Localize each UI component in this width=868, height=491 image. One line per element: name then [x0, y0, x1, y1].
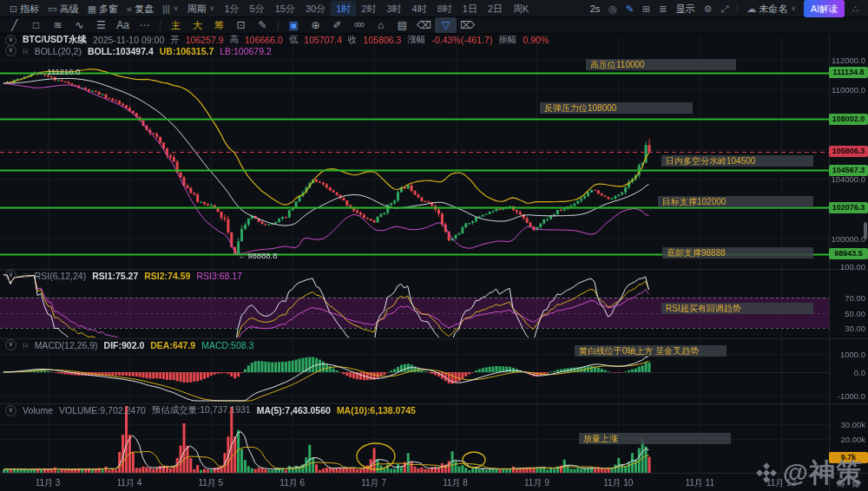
more-tools[interactable]: ⋯ — [134, 17, 155, 33]
notes-tool[interactable]: ▤ — [391, 17, 413, 33]
fullscreen-icon[interactable]: ⤢ — [716, 1, 733, 16]
brush-tool[interactable]: ✎ — [252, 17, 273, 33]
collapse-icon[interactable]: ∨ — [5, 405, 16, 416]
channel-tool[interactable]: ≋ — [47, 17, 69, 33]
lock-tool[interactable]: ⌂ — [370, 17, 391, 33]
drawing-toolbar: ╱□≋∿☰Aa⋯主大筹⊡✎▣⊕✐000⌂▤⌫▽⌦ — [0, 17, 868, 34]
interval-15分[interactable]: 15分 — [270, 1, 300, 16]
filter-tool[interactable]: ▽ — [435, 17, 457, 33]
annotation-note-2[interactable]: 日内多空分水岭104500 — [661, 155, 813, 167]
interval-周K[interactable]: 周K — [508, 1, 534, 16]
screenshot-icon[interactable]: ◎ — [604, 1, 621, 16]
annotate-tool[interactable]: ✐ — [326, 17, 348, 33]
attach-tool[interactable]: ⊕ — [305, 17, 326, 33]
macd-name[interactable]: MACD(12,26,9) — [35, 340, 98, 350]
collapse-icon[interactable]: ∨ — [5, 270, 16, 281]
interval-1时[interactable]: 1时 — [331, 1, 356, 16]
settings-gear-icon[interactable]: ⚙ — [700, 1, 717, 16]
multi-window-button-label: 多窗 — [99, 1, 118, 16]
large-view-toggle[interactable]: 大 — [187, 17, 208, 33]
period-menu-caret-icon: ∨ — [210, 1, 215, 16]
advanced-button[interactable]: ▭高级 — [43, 1, 82, 16]
interval-3时[interactable]: 3时 — [381, 1, 406, 16]
rsi2-value: RSI2:74.59 — [144, 271, 190, 281]
layout-list-icon-glyph: ≣ — [659, 1, 667, 16]
marker-arrow-icon: ← — [238, 252, 246, 260]
workspace-menu[interactable]: ☁未命名∨ — [742, 1, 800, 16]
interval-30分[interactable]: 30分 — [300, 1, 331, 16]
display-menu[interactable]: 显示 — [672, 1, 700, 16]
period-menu-label: 周期 — [187, 1, 207, 16]
price-badge: 102076.3 — [829, 202, 868, 213]
indicators-button-glyph: ⊡ — [10, 1, 17, 16]
boll-name[interactable]: BOLL(20,2) — [35, 46, 82, 56]
alert-bell-icon[interactable]: ⍾ — [23, 271, 29, 281]
rsi-name[interactable]: RSI(6,12,24) — [35, 271, 87, 281]
alert-bell-icon[interactable]: ⍾ — [23, 46, 29, 56]
price-chart-canvas[interactable] — [0, 0, 868, 491]
annotation-note-6[interactable]: 黄白线位于0轴上方 呈金叉趋势 — [575, 345, 727, 357]
ai-analysis-button-label: AI解读 — [811, 1, 838, 16]
shape-tool[interactable]: □ — [25, 17, 47, 33]
add-window-icon[interactable]: ⊞ — [638, 1, 654, 16]
select-tool[interactable]: ▣ — [283, 17, 305, 33]
interval-8时[interactable]: 8时 — [432, 1, 457, 16]
annotation-note-3[interactable]: 目标支撑102000 — [658, 196, 813, 207]
chart-style-button[interactable]: |||∨ — [158, 1, 182, 16]
share-icon[interactable]: ∴ — [848, 1, 863, 16]
bar-countdown[interactable]: 2s — [586, 1, 605, 16]
chip-distribution-toggle[interactable]: 筹 — [208, 17, 230, 33]
wave-tool[interactable]: ∿ — [69, 17, 90, 33]
advanced-button-label: 高级 — [60, 1, 79, 16]
time-label: 11月 11 — [685, 477, 714, 489]
multi-window-button[interactable]: ▦多窗 — [83, 1, 122, 16]
replay-button[interactable]: «复盘 — [122, 1, 158, 16]
workspace-menu-label: 未命名 — [759, 1, 787, 16]
interval-1分[interactable]: 1分 — [219, 1, 244, 16]
layout-list-icon[interactable]: ≣ — [654, 1, 671, 16]
annotation-note-4[interactable]: 底部支撑98888 — [662, 247, 813, 259]
close-value: 105806.3 — [364, 35, 402, 45]
symbol-name[interactable]: BTC/USDT永续 — [23, 34, 87, 46]
interval-2时[interactable]: 2时 — [356, 1, 381, 16]
overlay-tool[interactable]: ⊡ — [230, 17, 252, 33]
trendline-tool[interactable]: ╱ — [3, 17, 25, 33]
axis-scrollbar[interactable] — [864, 222, 867, 239]
interval-4时[interactable]: 4时 — [407, 1, 432, 16]
annotation-note-7[interactable]: 放量上涨 — [579, 433, 731, 444]
measure-tool[interactable]: 000 — [348, 17, 370, 33]
delete-tool[interactable]: ⌦ — [457, 17, 478, 33]
multi-window-button-glyph: ▦ — [88, 1, 96, 16]
alert-bell-icon[interactable]: ⍾ — [23, 340, 29, 350]
collapse-icon[interactable]: ∨ — [5, 339, 16, 350]
time-label: 11月 5 — [198, 477, 223, 489]
time-label: 11月 9 — [524, 477, 549, 489]
advanced-button-glyph: ▭ — [48, 1, 56, 16]
annotation-note-5[interactable]: RSI超买有回调趋势 — [661, 303, 813, 314]
toolbar-divider — [278, 21, 279, 30]
interval-2日[interactable]: 2日 — [483, 1, 508, 16]
high-price-marker: ←111216.0 — [37, 67, 80, 76]
collapse-icon[interactable]: ∨ — [5, 35, 16, 46]
high-price-marker-value: 111216.0 — [47, 67, 80, 76]
time-label: 11月 6 — [279, 477, 305, 489]
indicators-button[interactable]: ⊡指标 — [5, 1, 43, 16]
main-overlay-toggle[interactable]: 主 — [165, 17, 187, 33]
draw-mode-icon[interactable]: ✎ — [621, 1, 638, 16]
volume-value: VOLUME:9,702.2470 — [59, 405, 146, 416]
low-price-marker: ←98888.8 — [238, 251, 277, 260]
time-label: 11月 4 — [117, 477, 142, 489]
annotation-note-1[interactable]: 反弹压力位108000 — [540, 102, 693, 114]
text-tool[interactable]: Aa — [112, 17, 134, 33]
period-menu[interactable]: 周期∨ — [183, 1, 220, 16]
interval-1日[interactable]: 1日 — [457, 1, 483, 16]
annotation-note-0[interactable]: 高压位110000 — [586, 59, 736, 70]
symbol-legend: ∨ BTC/USDT永续 2025-11-10 09:00 开 106257.9… — [5, 34, 549, 46]
lines-tool[interactable]: ☰ — [90, 17, 112, 33]
volume-name[interactable]: Volume — [23, 405, 53, 416]
ai-analysis-button[interactable]: AI解读 — [804, 0, 845, 17]
boll-ub-value: UB:106315.7 — [160, 46, 214, 56]
interval-5分[interactable]: 5分 — [245, 1, 270, 16]
collapse-icon[interactable]: ∨ — [5, 45, 16, 56]
eraser-tool[interactable]: ⌫ — [413, 17, 435, 33]
